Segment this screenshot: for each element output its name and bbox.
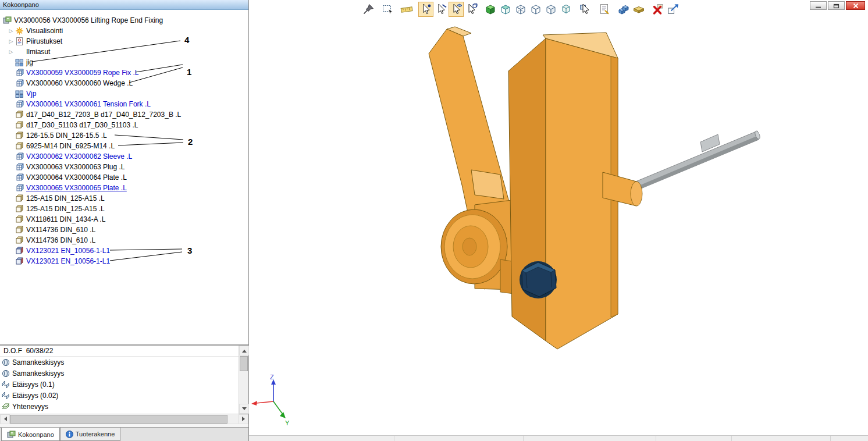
panel-title: Kokoonpano (0, 0, 248, 10)
tree-item[interactable]: VX123021 EN_10056-1-L1 (0, 246, 248, 256)
tree-item[interactable]: jig (0, 57, 248, 67)
plate-step-block (471, 170, 504, 199)
info-icon (66, 431, 73, 438)
tree-item[interactable]: VX3000062 VX3000062 Sleeve .L (0, 151, 248, 162)
tree-item[interactable]: VX123021 EN_10056-1-L1 (0, 256, 248, 266)
export-icon[interactable] (666, 2, 681, 17)
tree-item[interactable]: ▷Piirustukset (0, 36, 248, 47)
tree-item[interactable]: 125-A15 DIN_125-A15 .L (0, 204, 248, 214)
tree-item[interactable]: VX114736 DIN_610 .L (0, 225, 248, 235)
part-icon (15, 236, 25, 244)
tree-item-label: VX3000063 VX3000063 Plug .L (25, 163, 124, 171)
select-point-cursor-icon[interactable] (418, 2, 433, 17)
tree-item-label: VX3000056 VX3000056 Lifting Rope End Fix… (13, 16, 163, 24)
tree-item[interactable]: 125-A15 DIN_125-A15 .L (0, 193, 248, 204)
scroll-left-button[interactable] (0, 414, 10, 424)
tree-item[interactable]: VX114736 DIN_610 .L (0, 235, 248, 246)
select-object-icon[interactable] (578, 2, 593, 17)
status-cell (394, 436, 524, 441)
distance-constraint-icon (2, 380, 10, 389)
vertical-scroll-thumb[interactable] (240, 356, 248, 371)
status-cell (249, 436, 394, 441)
tab-kokoonpano[interactable]: Kokoonpano (1, 428, 60, 441)
tree-item[interactable]: VX118611 DIN_1434-A .L (0, 214, 248, 225)
tree-item[interactable]: VX3000064 VX3000064 Plate .L (0, 172, 248, 183)
shaded-edges-box-icon[interactable] (498, 2, 513, 17)
hidden-lines-box-icon[interactable] (513, 2, 528, 17)
tree-item[interactable]: VX3000063 VX3000063 Plug .L (0, 162, 248, 172)
tab-tuoterakenne[interactable]: Tuoterakenne (60, 428, 120, 441)
constraint-row[interactable]: Yhtenevyys (0, 401, 248, 412)
tree-item[interactable]: VX3000065 VX3000065 Plate .L (0, 183, 248, 193)
steps-blue-icon[interactable] (616, 2, 631, 17)
expander-icon[interactable]: ▷ (7, 36, 15, 47)
horizontal-scrollbar[interactable] (0, 414, 248, 424)
constraint-row[interactable]: Samankeskisyys (0, 357, 248, 368)
tree-item-label: 125-A15 DIN_125-A15 .L (25, 194, 105, 202)
distance-constraint-icon (2, 392, 10, 400)
notes-icon[interactable] (597, 2, 612, 17)
rod-shading (634, 136, 759, 191)
tab-label: Kokoonpano (18, 431, 54, 438)
hex-prism-icon[interactable] (558, 2, 574, 17)
tree-item-label: d17_D30_51103 d17_D30_51103 .L (25, 121, 138, 129)
tree-item-label: Piirustukset (25, 37, 62, 45)
tree-item-label: Visualisointi (25, 27, 63, 35)
pin-icon[interactable] (361, 2, 376, 17)
tree-item-label: VX123021 EN_10056-1-L1 (25, 257, 110, 265)
scroll-down-button[interactable] (239, 404, 249, 414)
constraint-label: Etäisyys (0.1) (12, 380, 55, 389)
scroll-right-button[interactable] (239, 414, 248, 424)
tree-item[interactable]: VX3000061 VX3000061 Tension Fork .L (0, 99, 248, 109)
triangle-down-icon (242, 407, 247, 412)
visual-icon (15, 27, 25, 35)
tree-item[interactable]: Vjp (0, 88, 248, 99)
model-viewport[interactable]: Z Y (249, 0, 868, 435)
restore-button[interactable] (828, 1, 845, 10)
expander-icon[interactable]: ▷ (7, 26, 15, 36)
axes-triad: Z Y (251, 374, 290, 426)
measure-icon[interactable] (399, 2, 414, 17)
wireframe-box-icon[interactable] (528, 2, 543, 17)
constraint-row[interactable]: Samankeskisyys (0, 368, 248, 379)
horizontal-scroll-thumb[interactable] (10, 415, 227, 424)
gold-slab-icon[interactable] (631, 2, 646, 17)
tree-item-label: VX118611 DIN_1434-A .L (25, 215, 105, 223)
part-icon (15, 194, 25, 202)
zoom-window-icon[interactable] (380, 2, 395, 17)
white-box-icon[interactable] (543, 2, 558, 17)
3d-model-view[interactable]: Z Y (249, 0, 868, 435)
constraint-label: Yhtenevyys (12, 403, 48, 411)
tree-item[interactable]: d17_D40_B12_7203_B d17_D40_B12_7203_B .L (0, 109, 248, 120)
tree-item[interactable]: ▷Visualisointi (0, 26, 248, 36)
dof-header: D.O.F 60/38/22 (0, 346, 248, 357)
tree-item[interactable]: 126-15.5 DIN_126-15.5 .L (0, 130, 248, 141)
panel-tab-strip: KokoonpanoTuoterakenne (0, 427, 248, 441)
delete-red-icon[interactable] (650, 2, 666, 17)
tree-item-label: 125-A15 DIN_125-A15 .L (25, 205, 105, 213)
part-icon (15, 226, 25, 234)
tree-item[interactable]: d17_D30_51103 d17_D30_51103 .L (0, 120, 248, 130)
minimize-button[interactable] (810, 1, 827, 10)
subasm-icon (15, 173, 25, 182)
select-edge-cursor-icon[interactable] (433, 2, 449, 17)
constraint-row[interactable]: Etäisyys (0.02) (0, 390, 248, 401)
constraint-row[interactable]: Etäisyys (0.1) (0, 379, 248, 390)
tree-item[interactable]: 6925-M14 DIN_6925-M14 .L (0, 141, 248, 151)
select-face-cursor-icon[interactable] (449, 2, 464, 17)
select-body-cursor-icon[interactable] (464, 2, 479, 17)
vertical-scrollbar[interactable] (239, 346, 248, 414)
constraint-label: Samankeskisyys (12, 358, 64, 367)
expander-icon[interactable]: ▷ (7, 47, 15, 57)
scroll-up-button[interactable] (239, 346, 249, 355)
concentric-constraint-icon (2, 358, 10, 367)
tree-item[interactable]: VX3000059 VX3000059 Rope Fix .L (0, 67, 248, 78)
tree-item[interactable]: VX3000056 VX3000056 Lifting Rope End Fix… (0, 15, 248, 26)
shaded-cube-icon[interactable] (483, 2, 498, 17)
window-controls (810, 1, 865, 10)
tree-item[interactable]: VX3000060 VX3000060 Wedge .L (0, 78, 248, 88)
tree-item[interactable]: ▷Ilmiasut (0, 47, 248, 57)
close-button[interactable] (846, 1, 865, 10)
tab-label: Tuoterakenne (76, 431, 115, 438)
viewport-toolbar (361, 2, 681, 17)
